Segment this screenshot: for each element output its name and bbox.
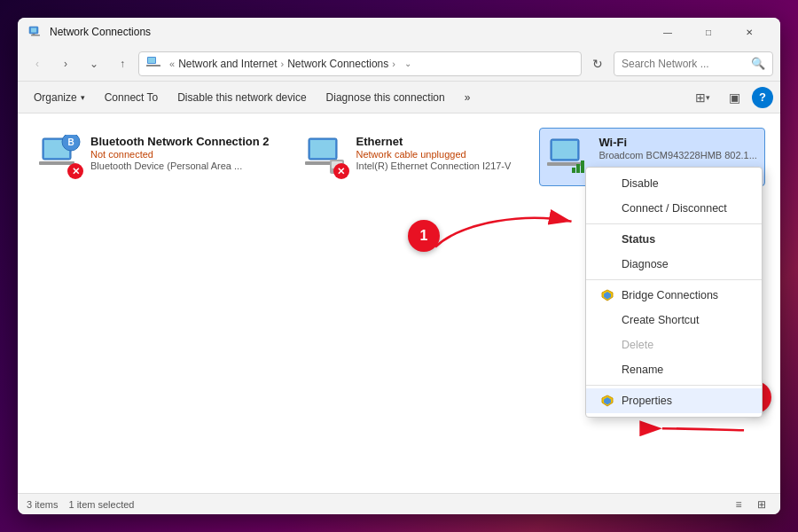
status-right: ≡ ⊞ [729,496,771,513]
ctx-connect-disconnect[interactable]: Connect / Disconnect [586,196,762,221]
ethernet-desc: Intel(R) Ethernet Connection I217-V [356,160,512,171]
ethernet-network-item[interactable]: ✕ Ethernet Network cable unplugged Intel… [298,128,519,184]
wifi-icon-wrap [547,136,590,178]
diagnose-icon [600,257,614,271]
forward-button[interactable]: › [53,51,78,76]
minimize-button[interactable]: — [647,18,688,46]
toolbar: Organize ▾ Connect To Disable this netwo… [18,82,780,113]
item-selected: 1 item selected [68,499,134,510]
refresh-button[interactable]: ↻ [585,51,610,76]
ethernet-badge: ✕ [333,163,349,179]
svg-rect-6 [146,65,160,66]
bluetooth-icon-wrap: B ✕ [39,135,82,177]
breadcrumb-sep2: › [281,59,285,69]
shortcut-icon [600,313,614,327]
ctx-create-shortcut[interactable]: Create Shortcut [586,308,762,332]
status-grid-view[interactable]: ⊞ [752,496,771,513]
item-count: 3 items [27,499,58,510]
ctx-rename[interactable]: Rename [586,357,762,382]
status-icon [600,232,614,246]
view-dropdown-icon: ▾ [706,93,710,102]
content-area: B ✕ Bluetooth Network Connection 2 Not c… [18,113,780,493]
search-icon: 🔍 [751,57,765,70]
svg-rect-2 [31,35,40,36]
ethernet-info: Ethernet Network cable unplugged Intel(R… [356,135,512,171]
ctx-diagnose[interactable]: Diagnose [586,252,762,277]
back-button[interactable]: ‹ [25,51,50,76]
bluetooth-status: Not connected [90,149,270,160]
window-title: Network Connections [50,26,647,38]
bluetooth-desc: Bluetooth Device (Personal Area ... [90,160,270,171]
connect-to-button[interactable]: Connect To [96,85,168,110]
connect-icon [600,201,614,215]
pane-icon: ▣ [729,90,740,105]
maximize-button[interactable]: □ [688,18,729,46]
disable-icon [600,176,614,191]
wifi-info: Wi-Fi Broadcom BCM943228HMB 802.1... [598,136,757,160]
svg-rect-18 [552,141,577,159]
status-list-view[interactable]: ≡ [729,496,748,513]
svg-rect-20 [572,168,575,173]
svg-rect-13 [310,140,335,158]
address-path[interactable]: « Network and Internet › Network Connect… [138,51,582,76]
ethernet-status: Network cable unplugged [356,149,512,160]
svg-text:B: B [67,137,74,147]
window-icon [28,25,43,39]
breadcrumb-sep3: › [392,59,395,69]
ethernet-name: Ethernet [356,135,512,148]
properties-shield-icon [600,394,614,408]
title-bar: Network Connections — □ ✕ [18,18,780,46]
svg-rect-22 [581,160,584,173]
context-menu: Disable Connect / Disconnect Status Diag… [585,167,763,418]
help-button[interactable]: ? [752,87,773,108]
ctx-status[interactable]: Status [586,227,762,252]
ctx-disable[interactable]: Disable [586,171,762,196]
recent-button[interactable]: ⌄ [82,51,106,76]
bluetooth-network-item[interactable]: B ✕ Bluetooth Network Connection 2 Not c… [32,128,277,184]
breadcrumb-network-connections[interactable]: Network Connections [287,58,388,70]
svg-rect-5 [148,58,155,63]
disable-network-button[interactable]: Disable this network device [168,85,315,110]
toolbar-right: ⊞ ▾ ▣ ? [688,85,773,110]
ctx-delete: Delete [586,332,762,357]
ctx-bridge[interactable]: Bridge Connections [586,283,762,308]
organize-button[interactable]: Organize ▾ [25,85,94,110]
ctx-sep-2 [586,279,762,280]
title-controls: — □ ✕ [647,18,770,46]
address-dropdown[interactable]: ⌄ [404,59,411,68]
bridge-shield-icon [600,288,614,302]
breadcrumb-icon [146,55,160,72]
delete-icon [600,338,614,352]
breadcrumb-sep1: « [169,59,175,69]
ctx-sep-3 [586,385,762,386]
ctx-sep-1 [586,223,762,224]
wifi-desc: Broadcom BCM943228HMB 802.1... [598,150,757,160]
main-window: Network Connections — □ ✕ ‹ › ⌄ ↑ « Netw… [18,18,780,514]
view-grid-icon: ⊞ [695,90,706,105]
diagnose-button[interactable]: Diagnose this connection [317,85,454,110]
bluetooth-badge: ✕ [67,163,83,179]
bluetooth-name: Bluetooth Network Connection 2 [90,135,270,148]
ctx-properties[interactable]: Properties [586,388,762,413]
pane-button[interactable]: ▣ [720,85,748,110]
search-input[interactable] [622,58,746,70]
svg-rect-1 [31,28,36,33]
address-bar: ‹ › ⌄ ↑ « Network and Internet › Network… [18,46,780,82]
rename-icon [600,363,614,377]
close-button[interactable]: ✕ [729,18,770,46]
ethernet-icon-wrap: ✕ [305,135,348,177]
svg-rect-21 [576,164,580,173]
more-button[interactable]: » [456,85,480,110]
wifi-name: Wi-Fi [598,136,757,149]
status-bar: 3 items 1 item selected ≡ ⊞ [18,493,780,514]
search-box[interactable]: 🔍 [614,51,773,76]
breadcrumb-network-internet[interactable]: Network and Internet [178,58,277,70]
svg-rect-3 [33,34,35,35]
up-button[interactable]: ↑ [110,51,135,76]
step-1-circle: 1 [408,220,440,252]
wifi-computer-icon [547,136,590,178]
view-options-button[interactable]: ⊞ ▾ [688,85,716,110]
bluetooth-info: Bluetooth Network Connection 2 Not conne… [90,135,270,171]
